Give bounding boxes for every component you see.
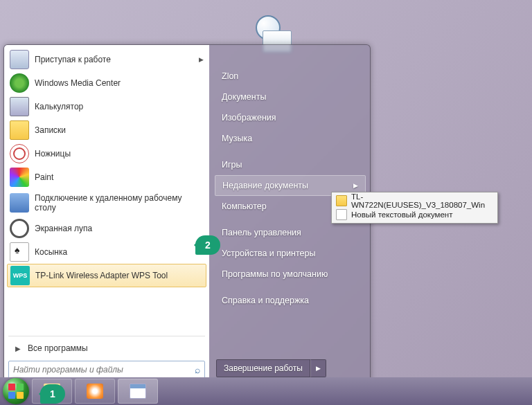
right-devices-printers[interactable]: Устройства и принтеры	[215, 243, 366, 264]
search-icon: ⌕	[195, 364, 200, 375]
right-music[interactable]: Музыка	[215, 128, 366, 149]
solitaire-icon	[10, 242, 29, 262]
right-pictures[interactable]: Изображения	[215, 107, 366, 128]
prog-solitaire[interactable]: Косынка	[7, 240, 206, 264]
submenu-arrow-icon: ▶	[199, 56, 204, 63]
prog-magnifier[interactable]: Экранная лупа	[7, 217, 206, 240]
prog-label: Косынка	[35, 247, 67, 257]
right-default-programs[interactable]: Программы по умолчанию	[215, 264, 366, 285]
separator	[8, 336, 205, 336]
prog-snipping-tool[interactable]: Ножницы	[7, 142, 206, 165]
shutdown-options-button[interactable]: ▶	[310, 359, 326, 377]
prog-label: Paint	[35, 172, 53, 182]
callout-badge-2: 2	[195, 235, 220, 255]
search-input[interactable]	[13, 365, 195, 375]
prog-wmc[interactable]: Windows Media Center	[7, 71, 206, 95]
recent-item-zip[interactable]: TL-WN722N(EUUSES)_V3_180807_Win	[333, 194, 496, 208]
prog-paint[interactable]: Paint	[7, 165, 206, 189]
shutdown-button[interactable]: Завершение работы	[216, 359, 310, 377]
magnifier-icon	[10, 219, 29, 238]
calculator-icon	[10, 97, 29, 116]
svg-rect-2	[8, 392, 15, 399]
callout-badge-1: 1	[40, 384, 65, 404]
taskbar-wmp[interactable]	[75, 379, 115, 404]
program-list: Приступая к работе ▶ Windows Media Cente…	[7, 48, 206, 334]
recent-documents-flyout: TL-WN722N(EUUSES)_V3_180807_Win Новый те…	[331, 192, 498, 224]
prog-label: TP-Link Wireless Adapter WPS Tool	[35, 271, 168, 280]
snipping-tool-icon	[10, 144, 29, 163]
prog-label: Ножницы	[35, 149, 71, 159]
all-programs[interactable]: ▶ Все программы	[7, 339, 206, 358]
chevron-right-icon: ▶	[15, 345, 21, 352]
prog-label: Экранная лупа	[35, 224, 92, 233]
prog-label: Подключение к удаленному рабочему столу	[35, 193, 204, 213]
shutdown-row: Завершение работы ▶	[215, 358, 366, 379]
start-menu: Приступая к работе ▶ Windows Media Cente…	[3, 44, 371, 384]
zip-file-icon	[336, 195, 347, 206]
start-menu-left-pane: Приступая к работе ▶ Windows Media Cente…	[4, 45, 209, 383]
recent-item-label: TL-WN722N(EUUSES)_V3_180807_Win	[351, 192, 493, 209]
right-help[interactable]: Справка и поддержка	[215, 290, 366, 311]
prog-getting-started[interactable]: Приступая к работе ▶	[7, 48, 206, 71]
taskbar-notepad[interactable]	[118, 379, 158, 404]
wmp-icon	[87, 384, 103, 399]
remote-desktop-icon	[10, 193, 29, 213]
text-file-icon	[336, 209, 347, 220]
windows-logo-icon	[8, 383, 24, 399]
svg-rect-0	[8, 384, 15, 390]
recent-item-label: Новый текстовый документ	[351, 210, 452, 219]
wps-icon: WPS	[10, 266, 30, 285]
prog-label: Калькулятор	[35, 102, 83, 111]
taskbar	[0, 377, 532, 405]
paint-icon	[10, 168, 29, 187]
getting-started-icon	[10, 50, 29, 69]
submenu-arrow-icon: ▶	[353, 182, 358, 189]
prog-label: Приступая к работе	[35, 55, 111, 64]
prog-label: Записки	[35, 125, 66, 135]
prog-remote-desktop[interactable]: Подключение к удаленному рабочему столу	[7, 189, 206, 217]
right-control-panel[interactable]: Панель управления	[215, 222, 366, 243]
search-box[interactable]: ⌕	[8, 361, 205, 379]
svg-rect-3	[17, 392, 24, 399]
prog-calculator[interactable]: Калькулятор	[7, 95, 206, 118]
wmc-icon	[10, 73, 29, 93]
prog-sticky-notes[interactable]: Записки	[7, 118, 206, 142]
right-games[interactable]: Игры	[215, 154, 366, 175]
start-button[interactable]	[3, 378, 29, 404]
sticky-notes-icon	[10, 120, 29, 140]
right-documents[interactable]: Документы	[215, 87, 366, 107]
right-user-folder[interactable]: Zlon	[215, 66, 366, 87]
all-programs-label: Все программы	[28, 343, 88, 353]
svg-rect-1	[17, 384, 24, 390]
prog-tplink-wps[interactable]: WPS TP-Link Wireless Adapter WPS Tool	[7, 264, 206, 287]
recent-item-txt[interactable]: Новый текстовый документ	[333, 208, 496, 222]
prog-label: Windows Media Center	[35, 78, 121, 88]
notepad-icon	[130, 384, 146, 399]
